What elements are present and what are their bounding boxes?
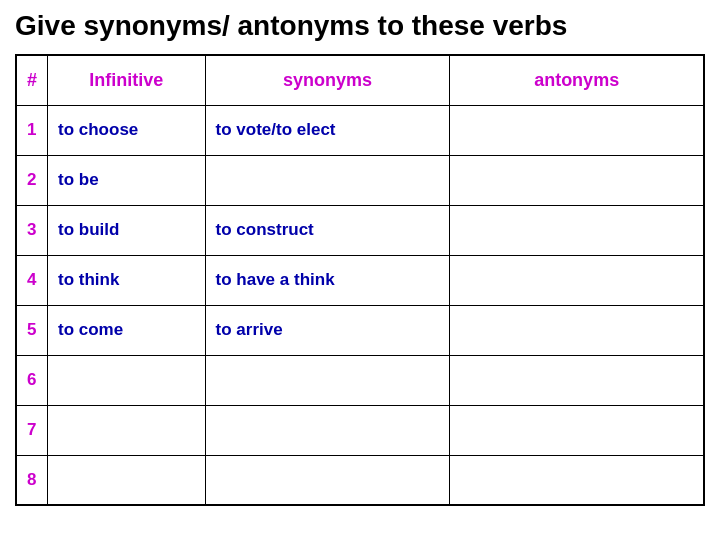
main-table: # Infinitive synonyms antonyms 1to choos… [15,54,705,506]
header-num: # [16,55,48,105]
row-antonyms [450,255,704,305]
header-synonyms: synonyms [205,55,450,105]
row-infinitive: to come [48,305,206,355]
row-num: 4 [16,255,48,305]
table-row: 7 [16,405,704,455]
table-row: 8 [16,455,704,505]
row-num: 6 [16,355,48,405]
row-antonyms [450,305,704,355]
row-synonyms [205,405,450,455]
row-infinitive: to think [48,255,206,305]
header-infinitive: Infinitive [48,55,206,105]
header-antonyms: antonyms [450,55,704,105]
row-synonyms: to arrive [205,305,450,355]
row-infinitive: to choose [48,105,206,155]
row-synonyms: to have a think [205,255,450,305]
table-header-row: # Infinitive synonyms antonyms [16,55,704,105]
row-antonyms [450,405,704,455]
table-row: 4to thinkto have a think [16,255,704,305]
row-infinitive [48,455,206,505]
row-synonyms [205,155,450,205]
row-num: 7 [16,405,48,455]
table-row: 5to cometo arrive [16,305,704,355]
row-synonyms [205,455,450,505]
row-infinitive: to build [48,205,206,255]
page-container: Give synonyms/ antonyms to these verbs #… [0,0,720,540]
row-infinitive [48,405,206,455]
row-synonyms: to vote/to elect [205,105,450,155]
row-num: 2 [16,155,48,205]
table-row: 2to be [16,155,704,205]
row-antonyms [450,205,704,255]
page-title: Give synonyms/ antonyms to these verbs [15,10,705,42]
row-synonyms [205,355,450,405]
table-body: 1to chooseto vote/to elect2to be3to buil… [16,105,704,505]
row-num: 5 [16,305,48,355]
row-antonyms [450,155,704,205]
row-infinitive: to be [48,155,206,205]
table-row: 1to chooseto vote/to elect [16,105,704,155]
row-infinitive [48,355,206,405]
row-synonyms: to construct [205,205,450,255]
row-num: 3 [16,205,48,255]
row-antonyms [450,105,704,155]
row-antonyms [450,355,704,405]
row-antonyms [450,455,704,505]
table-row: 3to buildto construct [16,205,704,255]
table-row: 6 [16,355,704,405]
row-num: 8 [16,455,48,505]
row-num: 1 [16,105,48,155]
